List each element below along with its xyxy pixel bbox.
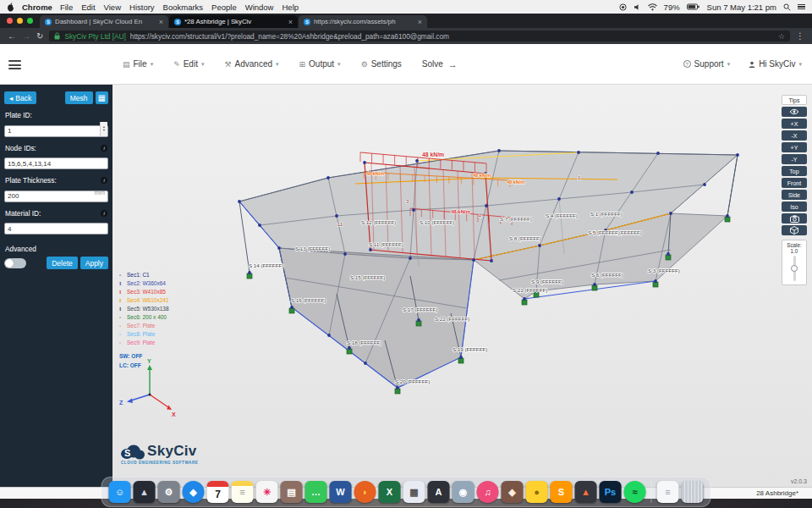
dock-icon-word[interactable]: W (330, 481, 352, 503)
node-dot[interactable] (348, 346, 351, 350)
view-button-minus-y[interactable]: -Y (782, 154, 807, 164)
node-dot[interactable] (497, 149, 501, 152)
plate-thickness-input[interactable] (4, 190, 108, 202)
node-dot[interactable] (248, 271, 251, 274)
node-dot[interactable] (656, 152, 660, 155)
dock-icon-launchpad[interactable]: ▲ (134, 481, 156, 503)
plate-label[interactable]: S 12 (FFFFFF) (361, 219, 396, 225)
dock-icon-books[interactable]: ▤ (281, 481, 303, 503)
spotlight-search-icon[interactable] (783, 3, 791, 11)
view-button-minus-x[interactable]: -X (782, 130, 807, 141)
forward-nav-icon[interactable]: → (22, 32, 30, 41)
menubar-item-history[interactable]: History (129, 3, 155, 12)
node-dot[interactable] (736, 153, 739, 157)
node-dot[interactable] (290, 306, 294, 309)
dock-icon-photo-booth[interactable]: ◉ (453, 481, 475, 503)
node-dot[interactable] (472, 258, 475, 262)
menubar-item-window[interactable]: Window (245, 3, 274, 12)
grid-view-button[interactable]: ▦ (96, 91, 108, 104)
dock-icon-calendar[interactable]: 7 (207, 481, 229, 503)
node-dot[interactable] (327, 334, 331, 337)
model-viewport[interactable]: S 1 (FFFFFF)S 2 (FFFFFF)S 3 (FFFFFF)S 4 … (112, 85, 812, 487)
menubar-app-name[interactable]: Chrome (22, 3, 52, 12)
reload-icon[interactable]: ↻ (36, 32, 43, 41)
view-button-top[interactable]: Top (782, 166, 807, 176)
node-dot[interactable] (335, 214, 338, 218)
dock-icon-podcasts[interactable]: ◈ (502, 481, 524, 503)
security-chip[interactable]: SkyCiv Pty Ltd [AU] (64, 32, 125, 41)
column-member[interactable] (727, 155, 738, 216)
node-dot[interactable] (412, 208, 415, 212)
node-dot[interactable] (669, 212, 672, 215)
dock-icon-sublime-text[interactable]: S (551, 481, 573, 503)
solve-button[interactable]: Solve → (422, 59, 458, 69)
visibility-button[interactable] (782, 107, 807, 117)
node-dot[interactable] (238, 200, 241, 203)
node-dot[interactable] (343, 252, 347, 256)
tab-ashbridge[interactable]: S *28 Ashbridge | SkyCiv × (169, 15, 298, 28)
menu-advanced[interactable]: ⚒ Advanced ▾ (224, 59, 278, 69)
wifi-icon[interactable] (648, 3, 657, 11)
notification-center-icon[interactable] (798, 3, 805, 11)
dock-icon-photoshop[interactable]: Ps (600, 481, 622, 503)
node-dot[interactable] (409, 257, 412, 260)
plate-id-input[interactable] (4, 125, 108, 137)
dock-icon-itunes[interactable]: ♫ (477, 481, 499, 503)
close-tab-icon[interactable]: × (418, 18, 422, 26)
delete-button[interactable]: Delete (47, 257, 78, 269)
plate-label[interactable]: S 18 (FFFFFF) (347, 340, 381, 345)
menu-edit[interactable]: ✎ Edit ▾ (173, 59, 204, 69)
mesh-button[interactable]: Mesh (65, 91, 93, 104)
support-menu[interactable]: ? Support ▾ (683, 59, 731, 69)
dock-icon-spotify[interactable]: ≈ (624, 481, 646, 503)
plate-label[interactable]: S 9 (FFFFFF) (531, 279, 563, 284)
plate-label[interactable]: S 15 (FFFFFF) (350, 274, 385, 280)
node-dot[interactable] (417, 318, 420, 322)
dock-icon-notes[interactable]: ≡ (232, 481, 254, 503)
node-dot[interactable] (277, 246, 281, 250)
node-dot[interactable] (557, 197, 561, 201)
plate-label[interactable]: S 20 (FFFFFF) (395, 378, 430, 384)
browser-menu-icon[interactable]: ⋮ (796, 31, 804, 41)
scale-slider[interactable] (782, 256, 806, 281)
plate-label[interactable]: S 14 (FFFFFF) (249, 262, 283, 268)
plate-label[interactable]: S 11 (FFFFFF) (369, 241, 403, 247)
screen-record-icon[interactable] (619, 3, 627, 11)
zoom-window-button[interactable] (27, 18, 33, 24)
menubar-item-file[interactable]: File (60, 3, 73, 12)
node-dot[interactable] (396, 386, 399, 389)
slider-handle-icon[interactable] (791, 265, 798, 272)
screenshot-button[interactable] (782, 213, 807, 224)
render-button[interactable] (782, 225, 807, 235)
dock-icon-finder[interactable]: ☺ (109, 481, 131, 503)
plate-label[interactable]: S 17 (FFFFFF) (403, 306, 437, 312)
dock-icon-firefox[interactable]: ◗ (354, 481, 376, 503)
plate-label[interactable]: S 16 (FFFFFF) (291, 297, 326, 303)
node-dot[interactable] (667, 252, 670, 256)
menubar-item-people[interactable]: People (211, 3, 237, 12)
node-dot[interactable] (593, 283, 596, 286)
view-button-front[interactable]: Front (782, 178, 807, 188)
dock-icon-cyberduck[interactable]: ● (526, 481, 548, 503)
node-dot[interactable] (577, 151, 580, 154)
menubar-item-view[interactable]: View (104, 3, 121, 12)
node-dot[interactable] (364, 362, 367, 365)
node-dot[interactable] (630, 190, 634, 194)
node-dot[interactable] (726, 214, 729, 218)
plate-label[interactable]: S 5 (FFFFFF) (588, 229, 620, 235)
view-button-side[interactable]: Side (782, 190, 807, 200)
tab-dashboard[interactable]: S Dashboard | SkyCiv Cloud En × (40, 15, 168, 28)
omnibox[interactable]: SkyCiv Pty Ltd [AU] https://skyciv.com/s… (49, 30, 790, 41)
structure-3d-model[interactable]: S 1 (FFFFFF)S 2 (FFFFFF)S 3 (FFFFFF)S 4 … (112, 85, 812, 487)
dock-icon-system-preferences[interactable]: ⚙ (158, 481, 180, 503)
plate-label[interactable]: S 6 (FFFFFF) (591, 272, 623, 278)
node-dot[interactable] (490, 259, 493, 262)
hamburger-menu-icon[interactable] (8, 60, 21, 69)
url-text[interactable]: https://skyciv.com/structural/v1/?preloa… (130, 32, 774, 41)
tips-button[interactable]: Tips (782, 95, 807, 105)
node-dot[interactable] (258, 224, 261, 227)
info-icon[interactable]: i (101, 210, 107, 217)
node-dot[interactable] (459, 356, 463, 359)
menu-file[interactable]: ▤ File ▾ (123, 59, 153, 69)
back-nav-icon[interactable]: ← (8, 32, 16, 41)
